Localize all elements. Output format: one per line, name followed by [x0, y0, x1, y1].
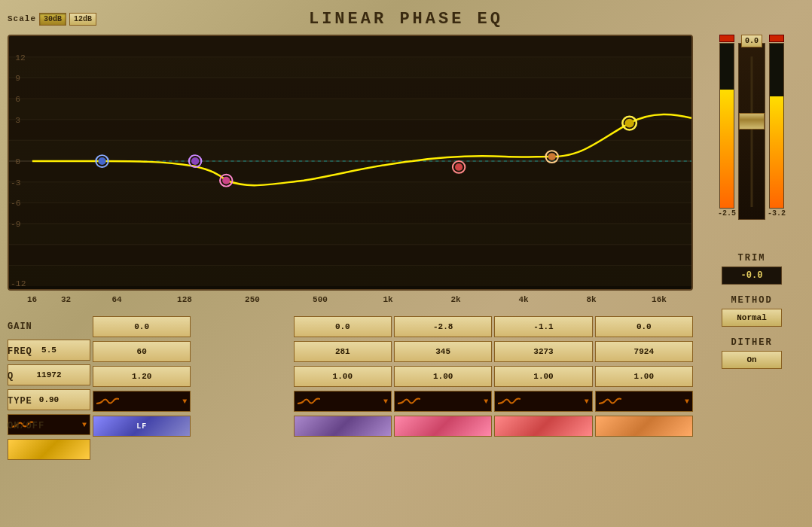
freq-label-row: FREQ [8, 346, 90, 357]
type-label: TYPE [8, 396, 90, 407]
svg-rect-12 [9, 265, 691, 286]
freq-label-4k: 4k [490, 295, 557, 312]
right-meter-value: -3.2 [768, 209, 786, 218]
type-arrow-3: ▼ [484, 398, 488, 406]
freq-label-1k: 1k [354, 295, 422, 312]
type-band2[interactable]: ▼ [294, 391, 392, 412]
scale-controls: Scale 30dB 12dB [8, 13, 96, 26]
left-meter-group: -2.5 [718, 35, 736, 220]
scale-label: Scale [8, 14, 36, 23]
freq-band3[interactable] [394, 341, 492, 362]
controls-grid: GAIN FREQ [8, 316, 693, 438]
type-band3[interactable]: ▼ [394, 391, 492, 412]
onoff-band5[interactable] [595, 416, 693, 437]
svg-point-35 [98, 157, 105, 165]
freq-band4[interactable] [494, 341, 592, 362]
q-band3[interactable] [394, 366, 492, 387]
type-band4[interactable]: ▼ [494, 391, 592, 412]
svg-point-38 [191, 157, 199, 165]
method-button[interactable]: Normal [722, 309, 782, 327]
svg-rect-10 [9, 224, 691, 245]
svg-rect-8 [9, 182, 691, 203]
main-container: Scale 30dB 12dB LINEAR PHASE EQ [0, 0, 812, 527]
onoff-band2[interactable] [294, 416, 392, 437]
scale-30db-button[interactable]: 30dB [39, 13, 66, 26]
freq-label-128: 128 [151, 295, 218, 312]
type-band5[interactable]: ▼ [595, 391, 693, 412]
svg-text:9: 9 [15, 74, 20, 83]
onoff-row: ON/OFF LF [8, 416, 693, 438]
svg-rect-6 [9, 140, 691, 161]
svg-text:-12: -12 [11, 279, 26, 288]
gain-band3[interactable] [394, 316, 492, 337]
dither-section: DITHER On [699, 337, 804, 369]
title-row: Scale 30dB 12dB LINEAR PHASE EQ [8, 8, 804, 30]
onoff-band3[interactable] [394, 416, 492, 437]
freq-row: FREQ [8, 341, 693, 364]
svg-text:-6: -6 [11, 200, 21, 209]
freq-label-32: 32 [49, 295, 83, 312]
freq-band5[interactable] [595, 341, 693, 362]
fader-rail [751, 56, 753, 207]
onoff-band1-label: LF [136, 422, 147, 431]
trim-value[interactable]: -0.0 [722, 267, 782, 285]
type-arrow-1: ▼ [182, 398, 187, 406]
freq-label-64: 64 [83, 295, 151, 312]
type-row: TYPE ▼ ▼ ▼ ▼ [8, 391, 693, 413]
fader-knob[interactable] [739, 113, 765, 129]
freq-label-2k: 2k [422, 295, 490, 312]
svg-text:0: 0 [15, 157, 20, 166]
gain-label: GAIN [8, 321, 90, 332]
left-section: 12 9 6 3 0 -3 -6 -9 -12 [8, 35, 693, 519]
gain-band5[interactable] [595, 316, 693, 337]
q-label: Q [8, 371, 90, 382]
q-band1[interactable] [93, 366, 191, 387]
freq-band2[interactable] [294, 341, 392, 362]
eq-display[interactable]: 12 9 6 3 0 -3 -6 -9 -12 [8, 35, 693, 291]
onoff-band4[interactable] [494, 416, 592, 437]
q-band4[interactable] [494, 366, 592, 387]
svg-rect-11 [9, 245, 691, 266]
onoff-band1[interactable]: LF [93, 416, 191, 437]
onoff-band6[interactable] [8, 439, 90, 460]
left-clip-light [719, 35, 734, 42]
svg-rect-4 [9, 99, 691, 120]
gain-band2[interactable] [294, 316, 392, 337]
method-label: METHOD [731, 295, 772, 306]
freq-label-8k: 8k [557, 295, 625, 312]
svg-text:-3: -3 [11, 178, 21, 187]
q-band2[interactable] [294, 366, 392, 387]
freq-band1[interactable] [93, 341, 191, 362]
output-fader[interactable]: 0.0 [738, 43, 765, 220]
app-title: LINEAR PHASE EQ [309, 10, 503, 29]
gain-row: GAIN [8, 316, 693, 339]
left-meter-value: -2.5 [718, 209, 736, 218]
svg-point-40 [222, 177, 230, 184]
output-section: -2.5 0.0 [699, 35, 804, 220]
meter-top-vals: -2.5 0.0 [699, 35, 804, 220]
freq-label-16k: 16k [625, 295, 693, 312]
method-section: METHOD Normal [699, 295, 804, 327]
gain-band4[interactable] [494, 316, 592, 337]
right-meter-group: -3.2 [768, 35, 786, 220]
right-panel: -2.5 0.0 [699, 35, 804, 519]
type-band1[interactable]: ▼ [93, 391, 191, 412]
svg-rect-5 [9, 120, 691, 141]
dither-button[interactable]: On [722, 351, 782, 369]
q-row: Q [8, 366, 693, 388]
svg-point-46 [624, 119, 633, 128]
freq-labels: 16 32 64 128 250 500 1k 2k 4k 8k 16k [8, 295, 693, 312]
left-vu-fill [720, 90, 734, 208]
svg-text:3: 3 [15, 116, 20, 125]
fader-output-value: 0.0 [741, 35, 762, 47]
scale-12db-button[interactable]: 12dB [69, 13, 96, 26]
gain-band1[interactable] [93, 316, 191, 337]
trim-label: TRIM [738, 253, 766, 264]
svg-rect-1 [9, 36, 691, 57]
freq-label-250: 250 [218, 295, 286, 312]
trim-section: TRIM -0.0 [699, 253, 804, 285]
q-band5[interactable] [595, 366, 693, 387]
freq-label-16: 16 [15, 295, 49, 312]
right-clip-light [769, 35, 784, 42]
svg-point-44 [548, 153, 556, 160]
